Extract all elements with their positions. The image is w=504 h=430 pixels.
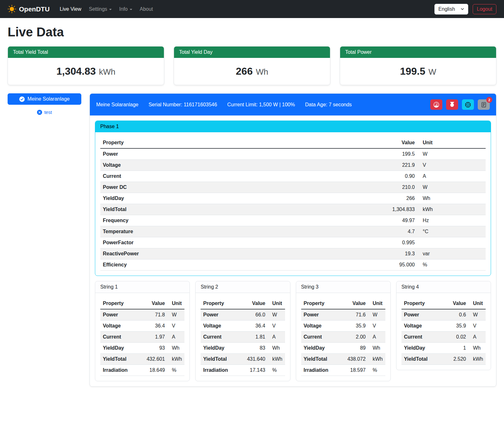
- table-row: Power 0.6 W: [401, 309, 486, 321]
- value-cell: 266: [376, 193, 417, 204]
- table-row: Voltage 35.9 V: [401, 321, 486, 332]
- table-row: Power DC 210.0 W: [100, 182, 486, 193]
- value-cell: 18.649: [144, 365, 167, 376]
- logout-button[interactable]: Logout: [473, 4, 496, 14]
- col-value: Value: [245, 298, 268, 309]
- string-2-title: String 2: [196, 281, 290, 293]
- inverter-panel-body: Phase 1 Property Value Unit: [90, 115, 496, 386]
- summary-card-title: Total Power: [340, 47, 496, 58]
- unit-cell: W: [268, 309, 285, 321]
- string-4-title: String 4: [396, 281, 491, 293]
- unit-cell: kWh: [417, 204, 486, 215]
- value-cell: 71.8: [144, 309, 167, 321]
- nav-live-view[interactable]: Live View: [57, 4, 84, 15]
- cpu-icon: [465, 102, 471, 108]
- power-button[interactable]: [446, 99, 458, 110]
- property-cell: YieldTotal: [301, 354, 345, 365]
- table-header-row: Property Value Unit: [100, 298, 184, 309]
- nav-about[interactable]: About: [137, 4, 156, 15]
- property-cell: YieldTotal: [100, 354, 144, 365]
- table-row: Voltage 36.4 V: [201, 321, 285, 332]
- col-unit: Unit: [417, 137, 486, 148]
- nav-settings[interactable]: Settings: [86, 4, 115, 15]
- property-cell: YieldTotal: [401, 354, 448, 365]
- value-cell: 71.6: [345, 309, 368, 321]
- inverter-current-limit: Current Limit: 1,500 W | 100%: [227, 102, 295, 108]
- property-cell: YieldDay: [201, 343, 244, 354]
- value-cell: 35.9: [448, 321, 469, 332]
- table-row: Current 0.02 A: [401, 332, 486, 343]
- limit-settings-button[interactable]: [430, 99, 442, 110]
- col-value: Value: [144, 298, 167, 309]
- value-cell: 95.000: [376, 259, 417, 271]
- property-cell: YieldDay: [401, 343, 448, 354]
- nav-info[interactable]: Info: [116, 4, 135, 15]
- unit-cell: W: [469, 309, 486, 321]
- table-row: YieldDay 89 Wh: [301, 343, 385, 354]
- navbar-right: English Logout: [434, 4, 496, 15]
- x-circle-icon[interactable]: [37, 110, 42, 115]
- chevron-down-icon: [109, 9, 112, 10]
- value-cell: 431.640: [245, 354, 268, 365]
- unit-cell: V: [469, 321, 486, 332]
- value-cell: 36.4: [245, 321, 268, 332]
- table-row: YieldTotal 1,304.833 kWh: [100, 204, 486, 215]
- unit-cell: var: [417, 248, 486, 259]
- string-1-card: String 1 Property Value Unit: [95, 281, 190, 381]
- device-info-button[interactable]: [462, 99, 474, 110]
- unit-cell: kWh: [469, 354, 486, 365]
- value-cell: 1: [448, 343, 469, 354]
- unit-cell: W: [368, 309, 385, 321]
- property-cell: Power: [201, 309, 244, 321]
- summary-value: 266: [236, 65, 252, 77]
- table-row: YieldDay 266 Wh: [100, 193, 486, 204]
- unit-cell: A: [368, 332, 385, 343]
- table-row: YieldTotal 432.601 kWh: [100, 354, 184, 365]
- property-cell: Temperature: [100, 226, 376, 237]
- table-row: Temperature 4.7 °C: [100, 226, 486, 237]
- inverter-list: Meine Solaranlage test: [8, 93, 81, 115]
- property-cell: Power: [301, 309, 345, 321]
- property-cell: Current: [100, 171, 376, 182]
- summary-card-title: Total Yield Day: [174, 47, 330, 58]
- col-unit: Unit: [167, 298, 184, 309]
- string-4-card: String 4 Property Value Unit: [396, 281, 491, 370]
- table-row: Current 2.00 A: [301, 332, 385, 343]
- value-cell: 2.00: [345, 332, 368, 343]
- string-3-card: String 3 Property Value Unit: [296, 281, 391, 381]
- summary-card-body: 266 Wh: [174, 58, 330, 85]
- table-row: YieldTotal 431.640 kWh: [201, 354, 285, 365]
- property-cell: Irradiation: [100, 365, 144, 376]
- inverter-select-label: Meine Solaranlage: [28, 96, 70, 102]
- inverter-actions: 2: [430, 99, 490, 110]
- inverter-item-test-label: test: [44, 109, 52, 115]
- language-select[interactable]: English: [434, 4, 468, 15]
- col-unit: Unit: [469, 298, 486, 309]
- nav-info-label: Info: [119, 6, 128, 12]
- col-unit: Unit: [368, 298, 385, 309]
- property-cell: Voltage: [100, 321, 144, 332]
- unit-cell: A: [268, 332, 285, 343]
- value-cell: 199.5: [376, 148, 417, 160]
- table-row: YieldTotal 2.520 kWh: [401, 354, 486, 365]
- inverter-select-button[interactable]: Meine Solaranlage: [8, 93, 81, 105]
- brand[interactable]: OpenDTU: [8, 5, 50, 13]
- col-property: Property: [401, 298, 448, 309]
- event-log-button[interactable]: 2: [478, 99, 490, 110]
- table-header-row: Property Value Unit: [201, 298, 285, 309]
- unit-cell: kWh: [167, 354, 184, 365]
- unit-cell: Wh: [469, 343, 486, 354]
- string-1-title: String 1: [95, 281, 190, 293]
- property-cell: Voltage: [401, 321, 448, 332]
- inverter-item-test[interactable]: test: [8, 109, 81, 115]
- event-count-badge: 2: [486, 97, 492, 103]
- table-row: YieldDay 1 Wh: [401, 343, 486, 354]
- unit-cell: V: [368, 321, 385, 332]
- property-cell: Voltage: [201, 321, 244, 332]
- property-cell: Voltage: [301, 321, 345, 332]
- value-cell: 432.601: [144, 354, 167, 365]
- chevron-down-icon: [130, 9, 132, 10]
- summary-unit: Wh: [256, 67, 268, 77]
- summary-unit: W: [428, 67, 436, 77]
- unit-cell: A: [469, 332, 486, 343]
